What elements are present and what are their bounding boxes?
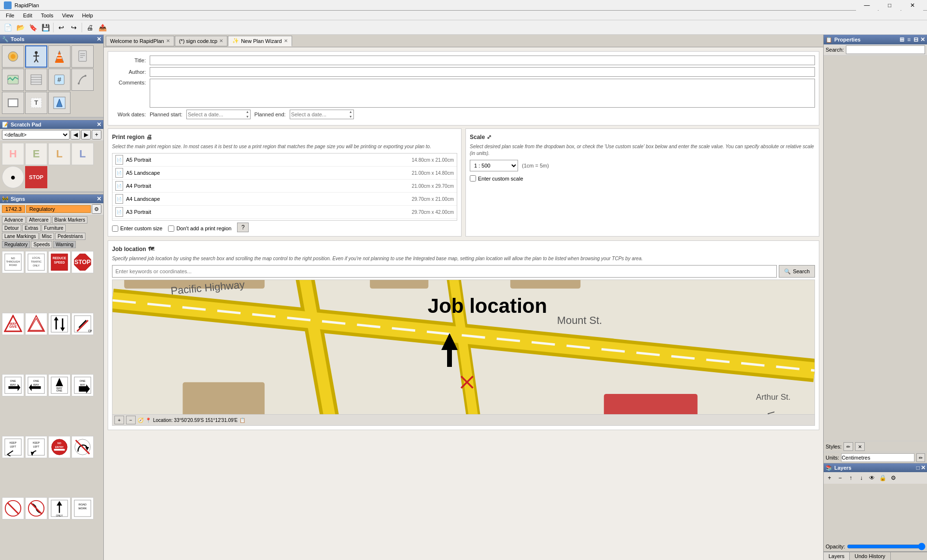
- scratch-prev[interactable]: ◀: [70, 130, 80, 140]
- spin-down2[interactable]: ▼: [349, 114, 352, 119]
- text-tool-btn[interactable]: T: [25, 92, 47, 114]
- scratch-item-E[interactable]: E: [25, 143, 47, 165]
- doc-tool-btn[interactable]: [71, 45, 94, 68]
- symbol-tool-btn[interactable]: [48, 92, 70, 114]
- layers-settings[interactable]: ⚙: [888, 473, 898, 483]
- close-button[interactable]: ✕: [901, 0, 923, 11]
- draw-tool-btn[interactable]: [71, 69, 94, 91]
- menu-edit[interactable]: Edit: [19, 12, 36, 19]
- tab-new-plan-wizard[interactable]: ✨ New Plan Wizard ✕: [228, 36, 292, 46]
- toolbar-new[interactable]: 📄: [2, 22, 14, 33]
- scratch-item-L2[interactable]: L: [71, 143, 94, 165]
- menu-view[interactable]: View: [58, 12, 77, 19]
- filter-regulatory[interactable]: Regulatory: [2, 241, 30, 248]
- sign-no-right-turn[interactable]: ONLY: [71, 313, 94, 335]
- layers-remove[interactable]: −: [835, 473, 845, 483]
- filter-furniture[interactable]: Furniture: [42, 224, 66, 232]
- print-list[interactable]: 📄 A5 Portrait 14.80cm x 21.00cm 📄 A5 Lan…: [112, 153, 457, 221]
- menu-file[interactable]: File: [2, 12, 18, 19]
- layers-close[interactable]: ✕: [921, 464, 926, 471]
- layers-visible[interactable]: 👁: [867, 473, 877, 483]
- scratch-item-stop[interactable]: STOP: [25, 166, 47, 188]
- sign-no-sign1[interactable]: [2, 497, 24, 519]
- map-copy-icon[interactable]: 📋: [239, 418, 245, 423]
- filter-blank[interactable]: Blank Markers: [52, 216, 88, 224]
- layers-expand[interactable]: □: [916, 464, 920, 471]
- filter-extras[interactable]: Extras: [22, 224, 41, 232]
- planned-start-input[interactable]: ▲ ▼: [186, 110, 251, 119]
- scale-select[interactable]: 1 : 500: [470, 160, 518, 171]
- custom-scale-checkbox[interactable]: [470, 175, 476, 182]
- print-item-a5-landscape[interactable]: 📄 A5 Landscape 21.00cm x 14.80cm: [112, 167, 457, 180]
- sign-give-way[interactable]: GIVEWAY: [2, 313, 24, 335]
- tab-sign-code-close[interactable]: ✕: [219, 38, 223, 43]
- comments-input[interactable]: [150, 79, 815, 108]
- scratch-item-L1[interactable]: L: [48, 143, 70, 165]
- toolbar-bookmark[interactable]: 🔖: [27, 22, 39, 33]
- scratch-item-circle[interactable]: ●: [2, 166, 24, 188]
- bottom-tab-layers[interactable]: Layers: [824, 552, 850, 560]
- filter-detour[interactable]: Detour: [2, 224, 21, 232]
- scratch-item-H[interactable]: H: [2, 143, 24, 165]
- filter-lane[interactable]: Lane Markings: [2, 233, 39, 240]
- custom-scale-label[interactable]: Enter custom scale: [470, 175, 815, 182]
- number-tool-btn[interactable]: #: [48, 69, 70, 91]
- no-print-region-checkbox[interactable]: [168, 225, 174, 232]
- filter-misc[interactable]: Misc: [40, 233, 55, 240]
- scratch-close[interactable]: ✕: [97, 121, 101, 128]
- layers-up[interactable]: ↑: [846, 473, 856, 483]
- filter-warning[interactable]: Warning: [53, 241, 76, 248]
- toolbar-export[interactable]: 📤: [97, 22, 108, 33]
- sign-keep-right[interactable]: KEEPLEFT: [25, 436, 47, 458]
- units-input[interactable]: [841, 453, 914, 462]
- toolbar-redo[interactable]: ↪: [68, 22, 80, 33]
- sign-stop[interactable]: STOP: [71, 251, 94, 273]
- tab-wizard-close[interactable]: ✕: [284, 38, 288, 43]
- map-zoom-out[interactable]: −: [126, 416, 136, 424]
- signs-config[interactable]: ⚙: [92, 204, 101, 214]
- sign-no-u-turn[interactable]: [71, 436, 94, 458]
- title-input[interactable]: [150, 56, 815, 65]
- custom-size-checkbox[interactable]: [112, 225, 118, 232]
- search-button[interactable]: 🔍 Search: [779, 265, 815, 278]
- no-print-region-label[interactable]: Don't add a print region: [168, 225, 231, 232]
- toolbar-save[interactable]: 💾: [40, 22, 51, 33]
- map-tool-btn[interactable]: [2, 69, 24, 91]
- tools-panel-close[interactable]: ✕: [97, 36, 101, 42]
- sign-road-work[interactable]: ROADWORK: [71, 497, 94, 519]
- print-item-a3-portrait[interactable]: 📄 A3 Portrait 29.70cm x 42.00cm: [112, 206, 457, 219]
- print-help-btn[interactable]: ?: [237, 223, 249, 232]
- author-input[interactable]: [150, 67, 815, 77]
- tab-welcome-close[interactable]: ✕: [166, 38, 170, 43]
- print-item-a5-portrait[interactable]: 📄 A5 Portrait 14.80cm x 21.00cm: [112, 154, 457, 167]
- props-icon3[interactable]: ⊟: [913, 36, 919, 43]
- sign-local-traffic[interactable]: LOCALTRAFFICONLY: [25, 251, 47, 273]
- sign-one-way-left[interactable]: ONEWAY: [25, 374, 47, 396]
- props-search-input[interactable]: [846, 45, 925, 54]
- sign-no-through-road[interactable]: NOTHROUGHROAD: [2, 251, 24, 273]
- planned-start-field[interactable]: [188, 112, 246, 117]
- filter-advance[interactable]: Advance: [2, 216, 26, 224]
- props-icon1[interactable]: ⊞: [899, 36, 905, 43]
- filter-aftercare[interactable]: Aftercare: [27, 216, 51, 224]
- spin-up1[interactable]: ▲: [246, 110, 249, 114]
- sign-keep-left[interactable]: KEEPLEFT: [2, 436, 24, 458]
- spin-up2[interactable]: ▲: [349, 110, 352, 114]
- print-item-a4-landscape[interactable]: 📄 A4 Landscape 29.70cm x 21.00cm: [112, 193, 457, 206]
- filter-speeds[interactable]: Speeds: [31, 241, 52, 248]
- props-close[interactable]: ✕: [920, 36, 925, 43]
- select-tool-btn[interactable]: [2, 45, 24, 68]
- location-search-input[interactable]: [112, 265, 777, 278]
- custom-size-label[interactable]: Enter custom size: [112, 225, 162, 232]
- menu-tools[interactable]: Tools: [37, 12, 57, 19]
- rect-tool-btn[interactable]: [2, 92, 24, 114]
- styles-edit-btn[interactable]: ✏: [843, 442, 853, 451]
- menu-help[interactable]: Help: [78, 12, 97, 19]
- print-item-a4-portrait[interactable]: 📄 A4 Portrait 21.00cm x 29.70cm: [112, 180, 457, 193]
- sign-no-entry[interactable]: NOENTRY: [48, 436, 70, 458]
- map-container[interactable]: Pacific Highway Mount St. Walker St. Art…: [112, 280, 815, 415]
- sign-one-way-up[interactable]: ONEWAY: [48, 374, 70, 396]
- signs-close[interactable]: ✕: [97, 196, 101, 202]
- styles-delete-btn[interactable]: ✕: [855, 442, 865, 451]
- layers-lock[interactable]: 🔒: [878, 473, 887, 483]
